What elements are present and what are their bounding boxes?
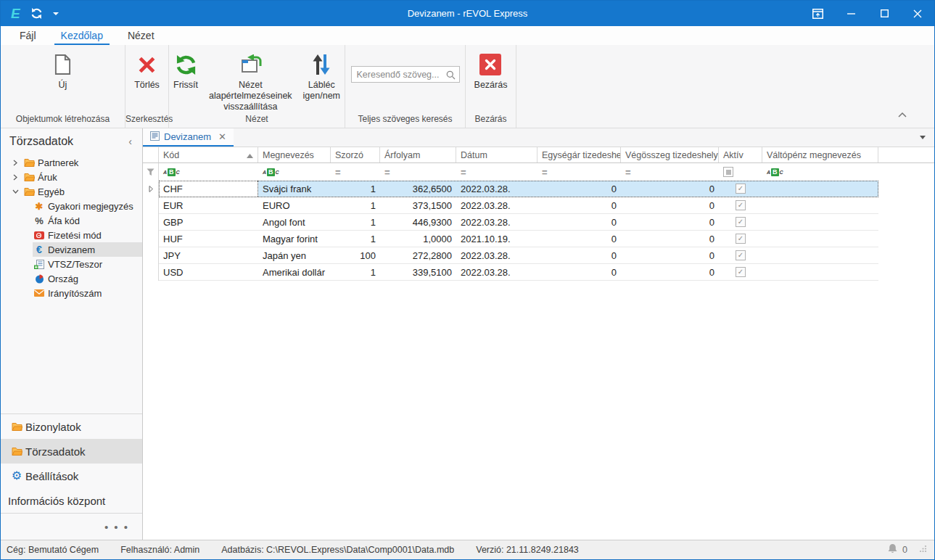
cell-szorz[interactable]: 1	[331, 214, 380, 230]
quick-refresh-button[interactable]	[30, 7, 43, 20]
cell-megnevez-s[interactable]: Svájci frank	[258, 181, 331, 197]
cell-egys-g-r-tizedeshelyek[interactable]: 0	[537, 214, 621, 230]
table-row[interactable]: USDAmerikai dollár1339,51002022.03.28.00…	[143, 264, 934, 281]
active-checkbox[interactable]: ✓	[736, 200, 746, 210]
cell-egys-g-r-tizedeshelyek[interactable]: 0	[537, 264, 621, 280]
column-header-megnevez-s[interactable]: Megnevezés	[258, 147, 331, 162]
cell-v-g-sszeg-tizedeshelyek[interactable]: 0	[621, 197, 719, 213]
tab-close-icon[interactable]: ✕	[218, 131, 226, 142]
cell-k-d[interactable]: CHF	[159, 181, 258, 197]
table-row[interactable]: JPYJapán yen100272,28002022.03.28.00✓	[143, 247, 934, 264]
cell-akt-v[interactable]: ✓	[719, 214, 762, 230]
filter-cell-akt-v[interactable]	[719, 163, 762, 181]
cell-d-tum[interactable]: 2022.03.28.	[456, 247, 537, 263]
cell-k-d[interactable]: EUR	[159, 197, 258, 213]
nav-overflow-button[interactable]: • • •	[104, 521, 129, 533]
cell-akt-v[interactable]: ✓	[719, 264, 762, 280]
notification-bell-icon[interactable]	[887, 543, 898, 556]
filter-cell-k-d[interactable]: ABC	[159, 163, 258, 181]
cell-rfolyam[interactable]: 1,0000	[380, 231, 456, 247]
ribbon-display-options-button[interactable]	[801, 1, 834, 26]
table-row[interactable]: HUFMagyar forint11,00002021.10.19.00✓	[143, 231, 934, 247]
refresh-button[interactable]: Frissít	[169, 50, 202, 92]
minimize-button[interactable]	[834, 1, 868, 26]
cell-akt-v[interactable]: ✓	[719, 247, 762, 263]
cell-megnevez-s[interactable]: Angol font	[258, 214, 331, 230]
active-checkbox[interactable]: ✓	[736, 184, 746, 194]
cell-k-d[interactable]: GBP	[159, 214, 258, 230]
column-header-v-lt-p-nz-megnevez-s[interactable]: Váltópénz megnevezés	[762, 147, 878, 162]
cell-v-g-sszeg-tizedeshelyek[interactable]: 0	[621, 264, 719, 280]
column-header-akt-v[interactable]: Aktív	[719, 147, 762, 162]
table-row[interactable]: EUREURO1373,15002022.03.28.00✓	[143, 197, 934, 214]
cell-szorz[interactable]: 100	[331, 247, 380, 263]
sidebar-section-t-rzsadatok[interactable]: Törzsadatok	[1, 439, 142, 464]
cell-akt-v[interactable]: ✓	[719, 181, 762, 197]
maximize-button[interactable]	[868, 1, 901, 26]
filter-cell-egys-g-r-tizedeshelyek[interactable]: =	[537, 163, 621, 181]
sidebar-section-bizonylatok[interactable]: Bizonylatok	[1, 414, 142, 439]
cell-d-tum[interactable]: 2022.03.28.	[456, 264, 537, 280]
cell-egys-g-r-tizedeshelyek[interactable]: 0	[537, 197, 621, 213]
sidebar-item-orsz-g[interactable]: Ország	[1, 271, 142, 286]
sidebar-collapse-icon[interactable]: ‹	[128, 136, 132, 147]
cell-v-lt-p-nz-megnevez-s[interactable]	[762, 181, 878, 197]
cell-megnevez-s[interactable]: Magyar forint	[258, 231, 331, 247]
delete-button[interactable]: Törlés	[130, 50, 164, 92]
cell-egys-g-r-tizedeshelyek[interactable]: 0	[537, 181, 621, 197]
reset-view-defaults-button[interactable]: Nézet alapértelmezéseinek visszaállítása	[202, 50, 299, 114]
filter-cell-szorz[interactable]: =	[331, 163, 380, 181]
active-checkbox[interactable]: ✓	[736, 234, 746, 244]
cell-szorz[interactable]: 1	[331, 264, 380, 280]
column-header-egys-g-r-tizedeshelyek[interactable]: Egységár tizedeshelyek...	[537, 147, 621, 162]
cell-v-g-sszeg-tizedeshelyek[interactable]: 0	[621, 231, 719, 247]
filter-cell-rfolyam[interactable]: =	[380, 163, 456, 181]
active-checkbox[interactable]: ✓	[736, 217, 746, 227]
cell-v-lt-p-nz-megnevez-s[interactable]	[762, 264, 878, 280]
cell-v-g-sszeg-tizedeshelyek[interactable]: 0	[621, 214, 719, 230]
cell-megnevez-s[interactable]: EURO	[258, 197, 331, 213]
sidebar-item-partnerek[interactable]: Partnerek	[1, 155, 142, 170]
sidebar-section-inform-ci-s-k-zpont[interactable]: Információs központ	[1, 488, 142, 513]
table-row[interactable]: GBPAngol font1446,93002022.03.28.00✓	[143, 214, 934, 231]
table-row[interactable]: CHFSvájci frank1362,65002022.03.28.00✓	[143, 181, 934, 197]
tab-kezdolap[interactable]: Kezdőlap	[54, 28, 110, 45]
cell-megnevez-s[interactable]: Amerikai dollár	[258, 264, 331, 280]
cell-szorz[interactable]: 1	[331, 197, 380, 213]
sidebar-item-fa-k-d[interactable]: %Áfa kód	[1, 213, 142, 228]
collapse-ribbon-button[interactable]	[898, 107, 907, 120]
sidebar-item-vtsz-teszor[interactable]: VTSZ/Teszor	[1, 257, 142, 271]
cell-v-g-sszeg-tizedeshelyek[interactable]: 0	[621, 247, 719, 263]
close-view-button[interactable]: Bezárás	[470, 50, 512, 92]
tab-list-dropdown-icon[interactable]	[920, 136, 926, 139]
sidebar-item-egy-b[interactable]: Egyéb	[1, 184, 142, 199]
cell-megnevez-s[interactable]: Japán yen	[258, 247, 331, 263]
sidebar-item-devizanem[interactable]: €Devizanem	[1, 242, 142, 257]
cell-k-d[interactable]: JPY	[159, 247, 258, 263]
qat-dropdown-button[interactable]	[53, 12, 59, 15]
tab-nezet[interactable]: Nézet	[121, 28, 161, 45]
cell-egys-g-r-tizedeshelyek[interactable]: 0	[537, 231, 621, 247]
cell-d-tum[interactable]: 2022.03.28.	[456, 197, 537, 213]
column-header-v-g-sszeg-tizedeshelyek[interactable]: Végösszeg tizedeshelyek...	[621, 147, 719, 162]
close-button[interactable]	[901, 1, 934, 26]
cell-v-lt-p-nz-megnevez-s[interactable]	[762, 247, 878, 263]
column-header-d-tum[interactable]: Dátum	[456, 147, 537, 162]
sidebar-item-gyakori-megjegyz-s[interactable]: ✱Gyakori megjegyzés	[1, 199, 142, 213]
column-header-szorz[interactable]: Szorzó	[331, 147, 380, 162]
cell-rfolyam[interactable]: 272,2800	[380, 247, 456, 263]
cell-akt-v[interactable]: ✓	[719, 231, 762, 247]
cell-szorz[interactable]: 1	[331, 231, 380, 247]
footer-toggle-button[interactable]: Lábléc igen/nem	[299, 50, 345, 103]
resize-grip[interactable]	[919, 545, 927, 555]
document-tab-devizanem[interactable]: Devizanem ✕	[143, 128, 234, 147]
filter-cell-v-lt-p-nz-megnevez-s[interactable]: ABC	[762, 163, 878, 181]
cell-akt-v[interactable]: ✓	[719, 197, 762, 213]
cell-szorz[interactable]: 1	[331, 181, 380, 197]
sidebar-section-be-ll-t-sok[interactable]: ⚙Beállítások	[1, 464, 142, 488]
active-checkbox[interactable]: ✓	[736, 250, 746, 260]
cell-k-d[interactable]: USD	[159, 264, 258, 280]
sidebar-item-ruk[interactable]: Áruk	[1, 170, 142, 184]
column-header-rfolyam[interactable]: Árfolyam	[380, 147, 456, 162]
column-header-k-d[interactable]: Kód	[159, 147, 258, 162]
